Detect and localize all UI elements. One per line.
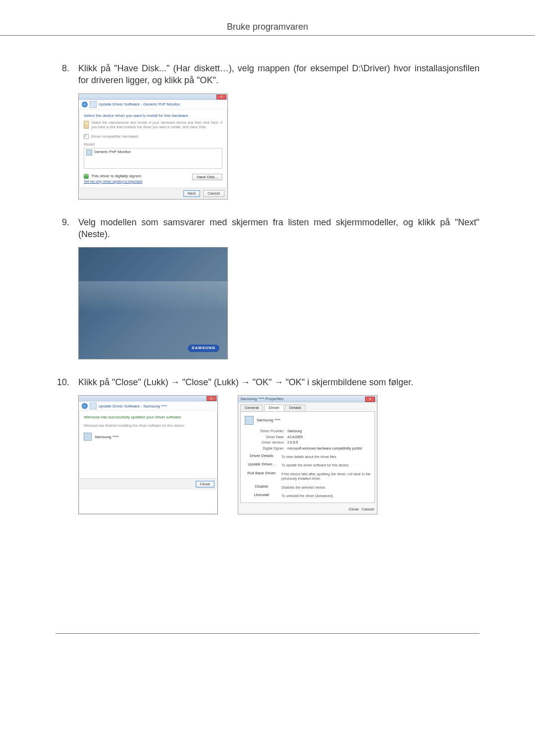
dialog-title: Samsung **** Properties (240, 397, 283, 402)
have-disk-button[interactable]: Have Disk... (192, 174, 222, 181)
button-description: To view details about the driver files. (281, 454, 371, 459)
close-icon[interactable]: X (216, 95, 226, 100)
dialog-titlebar: X (79, 94, 227, 100)
close-button[interactable]: Close (349, 507, 359, 512)
dialog-breadcrumb: ← Update Driver Software - Generic PnP M… (79, 100, 227, 109)
wizard-icon (90, 403, 97, 409)
page-title: Bruke programvaren (227, 22, 308, 32)
dialog-breadcrumb: ← Update Driver Software - Samsung **** (79, 402, 217, 411)
show-compatible-checkbox[interactable]: ✓ Show compatible hardware (84, 134, 222, 139)
step-text: Klikk på "Close" (Lukk) → "Close" (Lukk)… (78, 377, 413, 387)
breadcrumb-text: Update Driver Software - Samsung **** (99, 404, 167, 409)
step-number: 10. (55, 376, 69, 514)
kv-key: Driver Version: (255, 440, 284, 445)
dialog-update-success: X ← Update Driver Software - Samsung ***… (78, 395, 218, 514)
checkbox-label: Show compatible hardware (91, 134, 139, 139)
dialog-titlebar: X (79, 396, 217, 402)
tabs: General Driver Details (238, 403, 377, 411)
back-icon[interactable]: ← (82, 403, 88, 409)
kv-key: Digital Signer: (255, 446, 284, 451)
step-text: Klikk på "Have Disk..." (Har diskett…), … (78, 63, 480, 85)
dialog-subtext: Windows has finished installing the driv… (84, 424, 213, 428)
roll-back-driver-button[interactable]: Roll Back Driver (245, 471, 278, 476)
wizard-icon (90, 101, 97, 108)
back-icon[interactable]: ← (82, 101, 88, 107)
step-text: Velg modellen som samsvarer med skjermen… (78, 217, 480, 239)
hardware-icon (84, 121, 89, 129)
dialog-update-driver-havedisk: X ← Update Driver Software - Generic PnP… (78, 94, 228, 200)
dialog-driver-properties: Samsung **** Properties X General Driver… (238, 395, 377, 514)
samsung-splash-image: SAMSUNG (78, 247, 228, 359)
kv-value: 2.0.0.0 (287, 440, 298, 445)
next-button[interactable]: Next (183, 190, 200, 197)
tab-general[interactable]: General (240, 404, 263, 411)
update-driver-button[interactable]: Update Driver... (245, 462, 278, 467)
dialog-help-text: Select the manufacturer and model of you… (92, 121, 222, 129)
monitor-icon (86, 150, 92, 155)
button-description: To uninstall the driver (Advanced). (281, 493, 371, 498)
breadcrumb-text: Update Driver Software - Generic PnP Mon… (99, 102, 180, 107)
monitor-icon (245, 416, 254, 425)
kv-value: microsoft windows hardware compatibility… (287, 446, 362, 451)
page-header: Bruke programvaren (0, 0, 535, 35)
uninstall-button[interactable]: Uninstall (245, 493, 278, 498)
step-number: 8. (55, 62, 69, 200)
step-number: 9. (55, 216, 69, 360)
disable-button[interactable]: Disable (245, 484, 278, 490)
monitor-icon (84, 433, 92, 441)
model-item: Generic PnP Monitor (94, 150, 131, 154)
button-description: Disables the selected device. (281, 484, 371, 490)
kv-value: Samsung (287, 429, 302, 433)
device-name: Samsung **** (257, 418, 280, 423)
button-description: If the device fails after updating the d… (281, 471, 371, 481)
tab-details[interactable]: Details (285, 404, 306, 411)
dialog-heading: Select the device driver you want to ins… (84, 113, 222, 118)
cancel-button[interactable]: Cancel (362, 507, 374, 512)
close-button[interactable]: Close (196, 481, 214, 488)
cancel-button[interactable]: Cancel (203, 190, 224, 197)
kv-key: Driver Date: (255, 435, 284, 439)
close-icon[interactable]: X (207, 396, 216, 401)
footer-rule (55, 633, 480, 634)
tab-driver[interactable]: Driver (264, 404, 283, 411)
dialog-heading: Windows has successfully updated your dr… (84, 415, 213, 420)
why-signing-link[interactable]: Tell me why driver signing is important (84, 180, 142, 184)
close-icon[interactable]: X (365, 397, 375, 402)
model-label: Model (84, 142, 222, 147)
kv-key: Driver Provider: (255, 429, 284, 433)
shield-icon (84, 174, 89, 179)
kv-value: 4/14/2005 (287, 435, 303, 439)
model-list[interactable]: Generic PnP Monitor (84, 148, 222, 169)
samsung-logo: SAMSUNG (188, 345, 219, 352)
driver-details-button[interactable]: Driver Details (245, 454, 278, 459)
dialog-titlebar: Samsung **** Properties X (238, 396, 377, 403)
signed-text: This driver is digitally signed. (91, 174, 142, 178)
button-description: To update the driver software for this d… (281, 462, 371, 467)
device-name: Samsung **** (95, 435, 118, 440)
check-icon: ✓ (84, 134, 89, 139)
